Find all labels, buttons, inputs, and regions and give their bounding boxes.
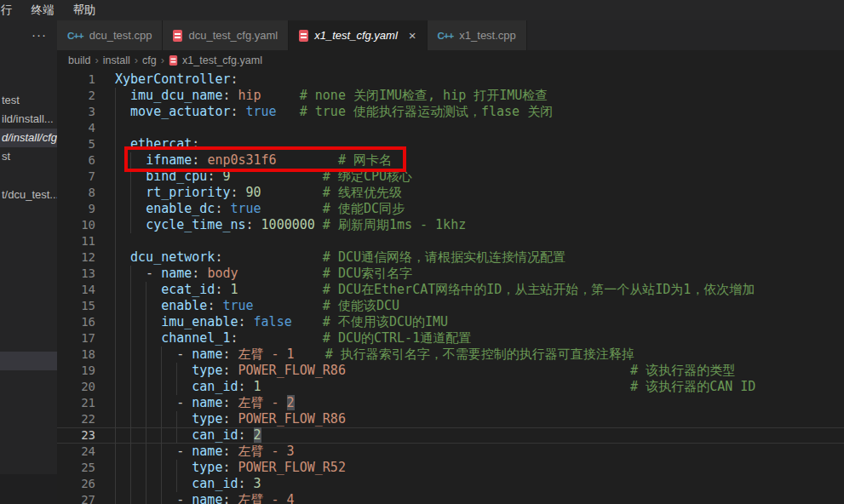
code-line[interactable]: 6 ifname: enp0s31f6 # 网卡名 (57, 152, 844, 169)
code-line[interactable]: 20 can_id: 1 # 该执行器的CAN ID (57, 379, 844, 395)
sidebar-bottom-panel (0, 474, 57, 504)
breadcrumb-segment[interactable]: install (103, 54, 130, 66)
code-text: channel_1: # DCU的CTRL-1通道配置 (115, 330, 471, 346)
line-number: 24 (57, 444, 114, 460)
code-line[interactable]: 9 enable_dc: true # 使能DC同步 (57, 201, 844, 217)
menu-item-terminal[interactable]: 终端 (22, 0, 64, 20)
code-line[interactable]: 13 - name: body # DCU索引名字 (57, 266, 844, 282)
code-line[interactable]: 8 rt_priority: 90 # 线程优先级 (57, 185, 844, 201)
indent-guide (130, 314, 131, 330)
code-text: ecat_id: 1 # DCU在EtherCAT网络中的ID，从主站开始，第一… (115, 282, 755, 298)
indent-guide (130, 185, 131, 201)
code-line[interactable]: 3 move_actuator: true # true 使能执行器运动测试，f… (57, 104, 844, 120)
tab-dcu-test-cfg-yaml[interactable]: dcu_test_cfg.yaml (163, 20, 289, 50)
code-text: enable: true # 使能该DCU (115, 298, 399, 314)
code-line[interactable]: 15 enable: true # 使能该DCU (57, 298, 844, 314)
indent-guide (115, 217, 116, 233)
code-line[interactable]: 19 type: POWER_FLOW_R86 # 该执行器的类型 (57, 363, 844, 379)
tab-bar-empty-space (527, 20, 844, 50)
line-number: 9 (57, 201, 114, 217)
line-number: 7 (57, 169, 114, 185)
code-text: ethercat: (115, 136, 199, 152)
code-text: - name: 左臂 - 1 # 执行器索引名字，不需要控制的执行器可直接注释掉 (115, 346, 634, 363)
code-line[interactable]: 10 cycle_time_ns: 1000000 # 刷新周期1ms - 1k… (57, 217, 844, 233)
indent-guide (115, 152, 116, 169)
code-line[interactable]: 17 channel_1: # DCU的CTRL-1通道配置 (57, 330, 844, 346)
indent-guide (161, 444, 162, 460)
code-line[interactable]: 4 (57, 120, 844, 136)
line-number: 21 (57, 395, 114, 411)
code-line[interactable]: 24 - name: 左臂 - 3 (57, 444, 844, 460)
chevron-right-icon: › (135, 54, 138, 66)
breadcrumb-file[interactable]: x1_test_cfg.yaml (182, 54, 262, 66)
indent-guide (146, 411, 146, 427)
code-line[interactable]: 5 ethercat: (57, 136, 844, 152)
close-icon[interactable]: × (409, 29, 416, 42)
sidebar-item[interactable]: test (0, 91, 57, 110)
indent-guide (146, 314, 146, 330)
indent-guide (115, 476, 116, 492)
line-number: 12 (57, 249, 114, 266)
line-number: 5 (57, 136, 114, 152)
line-number: 8 (57, 185, 114, 201)
indent-guide (115, 120, 116, 136)
indent-guide (146, 363, 146, 379)
code-line[interactable]: 27 - name: 左臂 - 4 (57, 492, 844, 504)
breadcrumb-segment[interactable]: build (68, 54, 90, 66)
code-line[interactable]: 12 dcu_network: # DCU通信网络，请根据实机连接情况配置 (57, 249, 844, 266)
code-line[interactable]: 25 type: POWER_FLOW_R52 (57, 460, 844, 476)
code-text: XyberController: (115, 72, 238, 88)
menu-item-run[interactable]: 行 (0, 0, 22, 20)
code-text: - name: 左臂 - 3 (115, 444, 295, 460)
vscode-window: 行 终端 帮助 ··· test ild/install... d/instal… (0, 0, 844, 504)
code-line[interactable]: 21 - name: 左臂 - 2 (57, 395, 844, 411)
sidebar-item[interactable]: st (0, 147, 57, 166)
indent-guide (176, 379, 177, 395)
sidebar-item-selected-empty[interactable] (0, 352, 57, 370)
menu-item-help[interactable]: 帮助 (64, 0, 106, 20)
indent-guide (161, 476, 162, 492)
sidebar-item-selected[interactable]: d/install/cfg (0, 129, 57, 147)
breadcrumb: build › install › cfg › x1_test_cfg.yaml (57, 50, 844, 70)
line-number: 2 (57, 88, 114, 104)
tab-label: x1_test_cfg.yaml (314, 29, 398, 42)
code-text: - name: 左臂 - 2 (115, 395, 295, 411)
indent-guide (115, 460, 116, 476)
indent-guide (130, 444, 131, 460)
sidebar: ··· test ild/install... d/install/cfg st… (0, 20, 57, 504)
line-number: 14 (57, 282, 114, 298)
indent-guide (115, 88, 116, 104)
tab-x1-test-cpp[interactable]: C++ x1_test.cpp (428, 20, 527, 50)
indent-guide (161, 427, 162, 444)
code-line[interactable]: 16 imu_enable: false # 不使用该DCU的IMU (57, 314, 844, 330)
breadcrumb-segment[interactable]: cfg (142, 54, 157, 66)
indent-guide (130, 282, 131, 298)
code-line[interactable]: 11 (57, 233, 844, 249)
code-line[interactable]: 14 ecat_id: 1 # DCU在EtherCAT网络中的ID，从主站开始… (57, 282, 844, 298)
more-actions-icon[interactable]: ··· (32, 27, 47, 42)
tab-x1-test-cfg-yaml[interactable]: x1_test_cfg.yaml × (289, 20, 427, 50)
code-line[interactable]: 7 bind_cpu: 9 # 绑定CPU核心 (57, 169, 844, 185)
indent-guide (130, 169, 131, 185)
indent-guide (146, 282, 146, 298)
indent-guide (161, 460, 162, 476)
indent-guide (146, 379, 146, 395)
indent-guide (130, 492, 131, 504)
yaml-file-icon (173, 30, 182, 42)
sidebar-item[interactable]: t/dcu_test... (0, 186, 57, 204)
code-line[interactable]: 2 imu_dcu_name: hip # none 关闭IMU检查, hip … (57, 88, 844, 104)
indent-guide (146, 444, 146, 460)
editor[interactable]: 1XyberController:2 imu_dcu_name: hip # n… (57, 70, 844, 504)
tab-dcu-test-cpp[interactable]: C++ dcu_test.cpp (57, 20, 163, 50)
code-line[interactable]: 23 can_id: 2 (57, 427, 844, 444)
sidebar-item[interactable]: ild/install... (0, 110, 57, 129)
tab-label: dcu_test_cfg.yaml (188, 29, 278, 42)
code-line[interactable]: 18 - name: 左臂 - 1 # 执行器索引名字，不需要控制的执行器可直接… (57, 346, 844, 363)
indent-guide (115, 104, 116, 120)
indent-guide (115, 266, 116, 282)
code-text: move_actuator: true # true 使能执行器运动测试，fla… (115, 104, 553, 120)
indent-guide (176, 363, 177, 379)
code-line[interactable]: 22 type: POWER_FLOW_R86 (57, 411, 844, 427)
code-line[interactable]: 26 can_id: 3 (57, 476, 844, 492)
code-line[interactable]: 1XyberController: (57, 72, 844, 88)
